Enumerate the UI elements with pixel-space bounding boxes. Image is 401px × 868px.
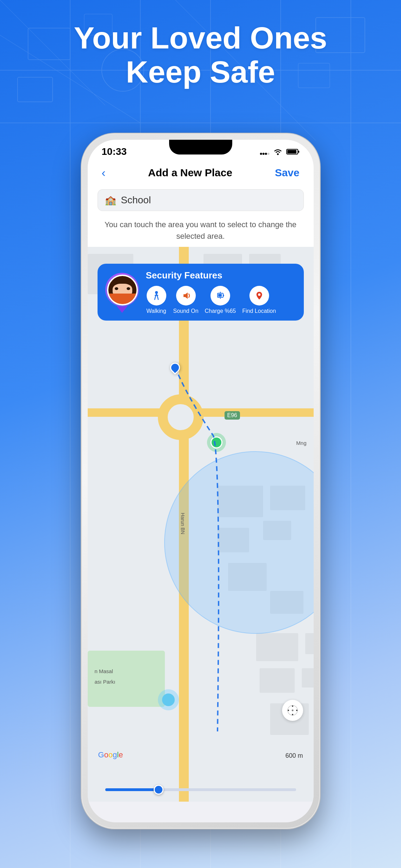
svg-point-32	[292, 710, 293, 711]
charge-icon	[210, 286, 230, 305]
map-label-right: Mng	[296, 440, 306, 446]
svg-point-17	[262, 153, 265, 155]
feature-charge: Charge %65	[205, 286, 236, 314]
save-button[interactable]: Save	[275, 167, 299, 179]
svg-rect-26	[218, 294, 222, 297]
hero-title: Your Loved Ones Keep Safe	[0, 21, 401, 89]
light-blue-marker	[158, 689, 179, 710]
hint-text: You can touch the area you want to selec…	[88, 215, 314, 247]
map-label-park1: n Masal	[95, 668, 113, 674]
phone-frame: 10:33	[81, 133, 320, 829]
search-container: 🏫 School	[88, 185, 314, 215]
green-marker	[207, 433, 226, 452]
svg-point-19	[267, 153, 269, 155]
road-label: E96	[225, 411, 240, 420]
battery-icon	[286, 148, 300, 155]
map-label-street: Harun BN	[180, 513, 185, 534]
find-location-icon	[249, 286, 269, 305]
building-icon: 🏫	[105, 195, 116, 206]
signal-icon	[260, 148, 269, 155]
scale-bar: 600 m	[285, 752, 303, 760]
phone-mockup: 10:33	[81, 133, 320, 829]
avatar	[107, 275, 138, 305]
google-logo: Google	[98, 750, 123, 760]
svg-point-34	[292, 714, 293, 715]
avatar-container	[105, 273, 140, 311]
svg-rect-23	[298, 151, 299, 153]
status-icons	[260, 148, 300, 156]
nav-title: Add a New Place	[148, 167, 232, 179]
wifi-icon	[273, 148, 283, 156]
map-label-park2: ası Parkı	[95, 679, 115, 685]
sound-label: Sound On	[173, 308, 199, 314]
compass-button[interactable]	[282, 700, 303, 721]
svg-point-20	[277, 153, 279, 155]
find-location-label: Find Location	[242, 308, 276, 314]
notch	[169, 140, 232, 154]
walking-icon	[147, 286, 166, 305]
blue-marker	[170, 363, 183, 378]
features-row: Walking Sound On	[146, 286, 296, 314]
map-area[interactable]: E96 n Masal ası Parkı Harun BN Mng	[88, 247, 314, 802]
svg-rect-22	[287, 150, 296, 153]
svg-point-18	[265, 153, 267, 155]
charge-label: Charge %65	[205, 308, 236, 314]
search-input[interactable]: School	[121, 195, 151, 206]
svg-point-36	[296, 710, 298, 711]
svg-point-16	[260, 153, 262, 155]
security-title: Security Features	[146, 270, 296, 281]
walking-label: Walking	[146, 308, 166, 314]
search-box[interactable]: 🏫 School	[98, 189, 304, 211]
nav-bar: ‹ Add a New Place Save	[88, 160, 314, 185]
feature-sound: Sound On	[173, 286, 199, 314]
status-bar: 10:33	[88, 140, 314, 160]
feature-walking: Walking	[146, 286, 167, 314]
svg-point-35	[288, 710, 289, 711]
svg-point-33	[292, 705, 293, 707]
slider-thumb[interactable]	[154, 785, 163, 795]
security-card: Security Features Walking	[98, 264, 304, 321]
slider-track[interactable]	[105, 788, 296, 791]
security-features: Security Features Walking	[146, 270, 296, 314]
feature-location: Find Location	[242, 286, 276, 314]
sound-icon	[176, 286, 196, 305]
roundabout	[158, 394, 203, 440]
status-time: 10:33	[102, 146, 127, 157]
svg-rect-27	[223, 295, 224, 296]
phone-screen: 10:33	[88, 140, 314, 822]
slider-container	[105, 788, 296, 791]
svg-point-30	[258, 294, 260, 296]
back-button[interactable]: ‹	[102, 166, 106, 179]
